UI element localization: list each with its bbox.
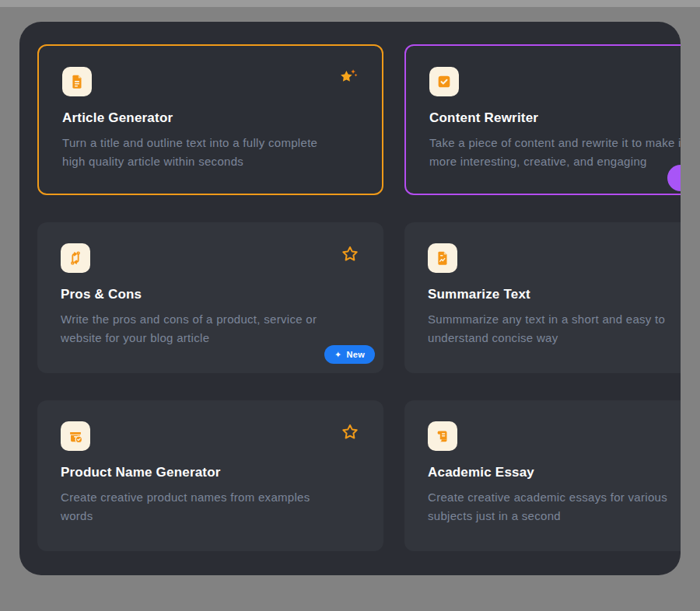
card-description: Take a piece of content and rewrite it t… [429, 134, 681, 171]
card-product-name-generator[interactable]: Product Name Generator Create creative p… [37, 400, 383, 551]
card-title: Summarize Text [428, 287, 681, 302]
card-description: Create creative product names from examp… [61, 488, 360, 525]
new-badge: ✦ New [324, 345, 375, 364]
summary-document-icon [428, 243, 457, 273]
card-pros-and-cons[interactable]: Pros & Cons Write the pros and cons of a… [37, 222, 383, 373]
product-box-icon [61, 421, 90, 451]
document-icon [62, 67, 92, 96]
card-description: Create creative academic essays for vari… [428, 488, 681, 525]
card-title: Content Rewriter [429, 110, 681, 126]
new-badge-label: New [346, 350, 365, 359]
swap-arrows-icon [61, 243, 90, 273]
tools-grid: Article Generator Turn a title and outli… [37, 44, 681, 551]
card-content-rewriter[interactable]: Content Rewriter Take a piece of content… [404, 44, 681, 195]
favorite-star-button[interactable] [340, 244, 360, 264]
card-title: Academic Essay [428, 465, 681, 480]
star-sparkle-icon [338, 67, 359, 89]
card-description: Turn a title and outline text into a ful… [62, 134, 359, 171]
card-academic-essay[interactable]: Academic Essay Create creative academic … [404, 400, 681, 551]
tools-panel: Article Generator Turn a title and outli… [19, 22, 681, 575]
card-description: Write the pros and cons of a product, se… [61, 310, 360, 347]
favorite-star-button[interactable] [338, 68, 359, 88]
card-title: Pros & Cons [61, 287, 360, 302]
checkbox-icon [429, 67, 459, 96]
star-outline-icon [341, 245, 359, 264]
favorite-star-button[interactable] [340, 422, 360, 442]
window-top-edge [0, 0, 700, 7]
scroll-icon [428, 421, 457, 451]
card-summarize-text[interactable]: Summarize Text Summmarize any text in a … [404, 222, 681, 373]
card-description: Summmarize any text in a short and easy … [428, 310, 681, 347]
sparkle-icon: ✦ [334, 351, 342, 359]
card-title: Product Name Generator [61, 465, 360, 480]
star-outline-icon [341, 423, 359, 442]
card-title: Article Generator [62, 110, 359, 126]
card-article-generator[interactable]: Article Generator Turn a title and outli… [37, 44, 383, 195]
